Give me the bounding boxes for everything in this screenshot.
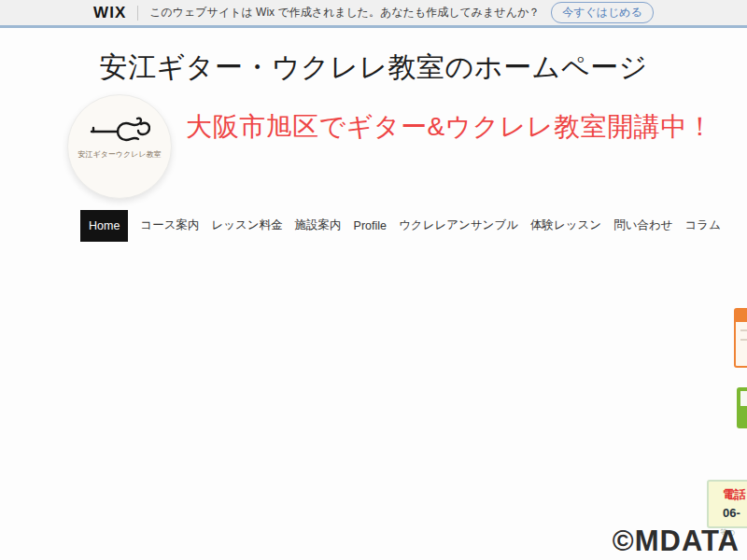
banner-divider (137, 6, 138, 21)
nav-item-ensemble[interactable]: ウクレレアンサンブル (399, 208, 518, 243)
orange-widget-text-fragment (740, 339, 747, 341)
guitar-icon (89, 116, 150, 144)
nav-item-home[interactable]: Home (80, 210, 128, 242)
main-nav: Home コース案内 レッスン料金 施設案内 Profile ウクレレアンサンブ… (80, 208, 721, 243)
orange-widget-header (736, 310, 747, 322)
phone-contact-box: 電話 06- (707, 480, 747, 528)
watermark: ©MDATA (613, 525, 740, 558)
banner-message: このウェブサイトは Wix で作成されました。あなたも作成してみませんか？ (149, 5, 540, 21)
nav-item-fees[interactable]: レッスン料金 (211, 208, 282, 243)
cutoff-orange-widget[interactable] (734, 308, 747, 368)
site-logo: 安江ギターウクレレ教室 (67, 94, 172, 199)
cutoff-green-widget[interactable] (737, 387, 747, 428)
nav-item-profile[interactable]: Profile (354, 210, 387, 242)
nav-item-facility[interactable]: 施設案内 (295, 208, 342, 243)
phone-number: 06- (723, 506, 747, 520)
nav-item-trial-lesson[interactable]: 体験レッスン (530, 208, 601, 243)
wix-logo[interactable]: WIX (93, 4, 126, 22)
nav-item-column[interactable]: コラム (685, 208, 721, 243)
green-widget-inner (740, 391, 747, 406)
wix-banner: WIX このウェブサイトは Wix で作成されました。あなたも作成してみませんか… (0, 0, 747, 28)
page-title: 安江ギター・ウクレレ教室のホームページ (0, 49, 747, 87)
nav-item-contact[interactable]: 問い合わせ (613, 208, 672, 243)
phone-label: 電話 (723, 487, 747, 503)
orange-widget-text-fragment (740, 329, 747, 331)
tagline: 大阪市旭区でギター&ウクレレ教室開講中！ (186, 109, 713, 145)
nav-item-courses[interactable]: コース案内 (140, 208, 199, 243)
logo-caption: 安江ギターウクレレ教室 (78, 149, 161, 160)
get-started-button[interactable]: 今すぐはじめる (551, 2, 654, 23)
